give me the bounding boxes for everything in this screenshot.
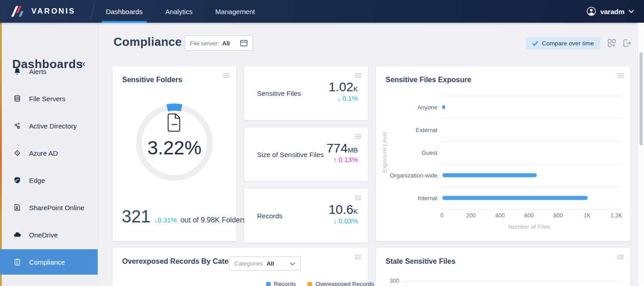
legend-item-records[interactable]: Records bbox=[266, 281, 296, 286]
sidebar-item-edge[interactable]: Edge bbox=[0, 170, 98, 191]
sidebar-item-onedrive[interactable]: OneDrive bbox=[0, 224, 98, 245]
file-server-filter-label: File server: bbox=[190, 40, 219, 47]
main-content: Compliance File server: All Compare over… bbox=[98, 23, 644, 286]
export-icon[interactable] bbox=[622, 38, 632, 48]
widget-menu-icon[interactable] bbox=[617, 72, 624, 79]
check-icon bbox=[532, 41, 538, 46]
azure-diamond-icon bbox=[13, 149, 21, 157]
kpi-label: Size of Sensitive Files bbox=[257, 151, 324, 158]
cloud-icon bbox=[13, 231, 21, 239]
gridline bbox=[442, 141, 621, 142]
gridline bbox=[442, 96, 621, 96]
card-title: Sensitive Folders bbox=[122, 76, 183, 84]
document-icon bbox=[166, 113, 183, 133]
card-title: Sensitive Files Exposure bbox=[386, 76, 471, 84]
widget-menu-icon[interactable] bbox=[355, 72, 362, 79]
exposure-x-ticks: 02004006008001K1.2K bbox=[376, 212, 621, 220]
brand-logo[interactable]: VARONIS bbox=[13, 0, 75, 23]
legend-label: Records bbox=[274, 281, 296, 286]
x-tick-label: 400 bbox=[495, 212, 505, 219]
file-server-filter[interactable]: File server: All bbox=[185, 35, 253, 51]
x-tick-label: 1.2K bbox=[610, 212, 622, 219]
chevron-down-icon bbox=[290, 262, 295, 266]
folders-stat-row: 321 ↓0.31% out of 9.98K Folders bbox=[122, 207, 246, 227]
kpi-label: Records bbox=[257, 212, 282, 220]
brand-name: VARONIS bbox=[31, 7, 75, 16]
sidebar-item-azure-ad[interactable]: Azure AD bbox=[0, 143, 98, 163]
folders-delta: ↓0.31% bbox=[154, 216, 177, 224]
widget-menu-icon[interactable] bbox=[355, 133, 362, 140]
kpi-value: 774MB bbox=[327, 141, 358, 156]
gridline bbox=[442, 118, 621, 119]
kpi-label: Sensitive Files bbox=[257, 89, 301, 97]
nav-tabs: DashboardsAnalyticsManagement bbox=[104, 0, 256, 23]
sidebar: Dashboards « AlertsFile ServersActive Di… bbox=[0, 23, 98, 286]
bell-icon bbox=[13, 67, 21, 75]
sidebar-item-label: Active Directory bbox=[29, 122, 77, 130]
card-records: Records10.6K↓ 0.03% bbox=[244, 189, 368, 242]
tab-analytics[interactable]: Analytics bbox=[164, 0, 194, 23]
legend-item-overexposed-records[interactable]: Overexposed Records bbox=[307, 281, 374, 286]
card-sensitive-folders: Sensitive Folders 3.22% 321 ↓0.31% out o… bbox=[113, 66, 236, 241]
kpi-delta: ↓ 0.03% bbox=[333, 217, 358, 225]
legend-swatch-icon bbox=[266, 282, 271, 286]
sidebar-item-compliance[interactable]: Compliance bbox=[0, 249, 98, 275]
scrollbar-track[interactable] bbox=[638, 23, 644, 286]
sidebar-item-active-directory[interactable]: Active Directory bbox=[0, 115, 98, 136]
add-widget-icon[interactable] bbox=[607, 38, 617, 48]
sensitive-folders-donut: 3.22% bbox=[129, 97, 220, 188]
sidebar-item-label: Edge bbox=[29, 177, 45, 184]
exposure-plot: AnyoneExternalGuestOrganization-wideInte… bbox=[376, 96, 621, 209]
sidebar-item-label: Alerts bbox=[29, 68, 46, 75]
donut-percent: 3.22% bbox=[129, 137, 220, 159]
clipboard-icon bbox=[13, 258, 21, 266]
active-directory-icon bbox=[13, 122, 21, 130]
stale-y-tick: 300 bbox=[390, 278, 399, 284]
legend-label: Overexposed Records bbox=[315, 281, 374, 286]
exposure-y-axis-label: Exposure Level bbox=[381, 128, 388, 178]
sidebar-item-sharepoint-online[interactable]: SharePoint Online bbox=[0, 197, 98, 218]
categories-filter[interactable]: Categories All bbox=[229, 256, 301, 271]
folders-context: out of 9.98K Folders bbox=[180, 216, 246, 224]
scrollbar-thumb[interactable] bbox=[639, 52, 643, 145]
card-title: Stale Sensitive Files bbox=[386, 257, 456, 266]
kpi-delta: ↑ 0.13% bbox=[333, 156, 358, 163]
x-tick-label: 0 bbox=[441, 212, 444, 219]
exposure-bar-organization-wide[interactable] bbox=[442, 173, 537, 178]
card-size-of-sensitive-files: Size of Sensitive Files774MB↑ 0.13% bbox=[244, 128, 368, 181]
chevron-down-icon bbox=[629, 10, 634, 13]
page-title: Compliance bbox=[114, 35, 182, 49]
sidebar-item-alerts[interactable]: Alerts bbox=[0, 61, 98, 82]
card-sensitive-files: Sensitive Files1.02K↓ 0.1% bbox=[244, 66, 368, 120]
shield-icon bbox=[13, 176, 21, 184]
card-stale-sensitive-files: Stale Sensitive Files 300 bbox=[376, 248, 630, 286]
exposure-x-axis-label: Number of Files bbox=[442, 223, 616, 230]
kpi-delta: ↓ 0.1% bbox=[337, 94, 358, 102]
sidebar-item-file-servers[interactable]: File Servers bbox=[0, 88, 98, 109]
user-menu[interactable]: varadm bbox=[586, 0, 634, 23]
file-server-filter-value: All bbox=[222, 40, 230, 47]
tab-management[interactable]: Management bbox=[214, 0, 257, 23]
card-overexposed-records: Overexposed Records By Category Categori… bbox=[113, 248, 368, 286]
stale-gridline bbox=[401, 281, 621, 281]
server-window-icon bbox=[240, 39, 248, 47]
sidebar-item-label: Azure AD bbox=[29, 149, 58, 157]
widget-menu-icon[interactable] bbox=[617, 254, 624, 260]
top-nav: VARONIS DashboardsAnalyticsManagement va… bbox=[0, 0, 644, 23]
widget-menu-icon[interactable] bbox=[223, 72, 230, 79]
exposure-category-label: Internal bbox=[376, 195, 437, 202]
overexposed-legend: RecordsOverexposed Records bbox=[266, 281, 374, 286]
user-avatar-icon bbox=[586, 6, 596, 16]
widget-menu-icon[interactable] bbox=[355, 254, 362, 260]
x-tick-label: 200 bbox=[466, 212, 476, 219]
compare-over-time-button[interactable]: Compare over time bbox=[526, 37, 600, 49]
x-tick-label: 800 bbox=[554, 212, 563, 219]
tab-dashboards[interactable]: Dashboards bbox=[104, 0, 144, 23]
widget-menu-icon[interactable] bbox=[355, 195, 362, 201]
gridline bbox=[442, 209, 621, 210]
sharepoint-icon bbox=[13, 203, 21, 212]
exposure-bar-anyone[interactable] bbox=[442, 105, 445, 109]
exposure-bar-internal[interactable] bbox=[442, 196, 588, 200]
sidebar-item-label: Compliance bbox=[29, 258, 65, 266]
x-tick-label: 1K bbox=[584, 212, 590, 219]
